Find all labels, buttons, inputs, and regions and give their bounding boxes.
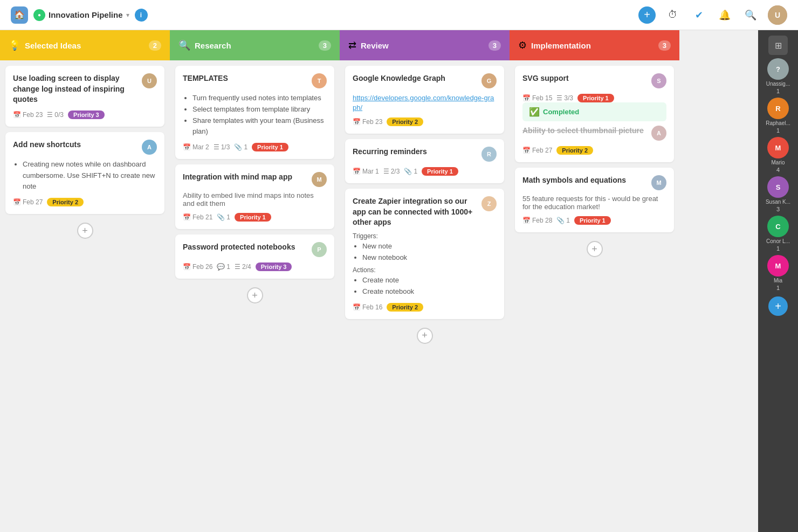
timer-icon[interactable]: ⏱	[664, 6, 682, 24]
col-title-review: Review	[361, 41, 489, 50]
board-container: 💡 Selected Ideas 2 Use loading screen to…	[0, 30, 798, 532]
card-meta: 📅 Feb 21 📎 1 Priority 1	[183, 213, 327, 222]
user-name: Raphael...	[766, 120, 790, 126]
col-count-research: 3	[319, 40, 331, 51]
search-icon: 🔍	[178, 39, 190, 51]
card-meta: 📅 Feb 16 Priority 2	[353, 303, 497, 312]
column-research: 🔍 Research 3 TEMPLATES T Turn frequently…	[170, 30, 340, 532]
avatar[interactable]: ?	[767, 58, 789, 80]
card-header: Integration with mind map app M	[183, 172, 327, 187]
attachment-item: 📎 1	[217, 213, 230, 221]
search-icon[interactable]: 🔍	[742, 6, 759, 24]
home-icon[interactable]: 🏠	[11, 6, 28, 24]
card-subtitle: Ability to embed live mind maps into not…	[183, 191, 327, 208]
user-name: Susan K...	[766, 199, 790, 205]
avatar: M	[312, 172, 327, 187]
date-item: 📅 Feb 28	[522, 217, 552, 224]
date-item: 📅 Feb 27	[522, 147, 552, 154]
card-zapier: Create Zapier integration so our app can…	[345, 189, 504, 319]
card-link[interactable]: https://developers.google.com/knowledge-…	[353, 94, 494, 112]
card-title: Password protected notebooks	[183, 242, 295, 253]
priority-badge: Priority 1	[422, 167, 458, 176]
card-loading-screen: Use loading screen to display change log…	[5, 66, 164, 127]
priority-badge: Priority 2	[387, 118, 423, 126]
priority-badge: Priority 1	[574, 216, 611, 225]
date-item: 📅 Feb 15	[522, 94, 552, 102]
card-title: Google Knowledge Graph	[353, 73, 445, 84]
card-meta: 📅 Feb 23 Priority 2	[353, 118, 497, 126]
sidebar-user-mia: M Mia 1	[767, 255, 789, 291]
column-body-research: TEMPLATES T Turn frequently used notes i…	[170, 60, 340, 532]
user-count: 3	[776, 206, 780, 212]
card-title: SVG support	[522, 73, 569, 84]
avatar[interactable]: C	[767, 216, 789, 237]
avatar: U	[142, 73, 157, 88]
bell-icon[interactable]: 🔔	[716, 6, 733, 24]
add-user-button[interactable]: +	[768, 296, 788, 316]
column-body-review: Google Knowledge Graph G https://develop…	[340, 60, 510, 532]
card-meta: 📅 Feb 23 ☰ 0/3 Priority 3	[13, 110, 157, 119]
sidebar-user-unassigned: ? Unassig... 1	[766, 58, 790, 94]
add-button[interactable]: +	[638, 6, 656, 24]
column-body-selected: Use loading screen to display change log…	[0, 60, 170, 532]
col-title-research: Research	[195, 41, 319, 50]
user-avatar[interactable]: U	[768, 5, 787, 25]
info-button[interactable]: i	[135, 9, 148, 22]
card-google-kg: Google Knowledge Graph G https://develop…	[345, 66, 504, 134]
add-card-button[interactable]: +	[417, 328, 433, 344]
thumbnail-header: Ability to select thumbnail picture A	[522, 126, 666, 141]
nav-right: + ⏱ ✔ 🔔 🔍 U	[638, 5, 787, 25]
date-item: 📅 Feb 21	[183, 213, 212, 221]
action-item: Create notebook	[362, 286, 497, 298]
card-header: Recurring reminders R	[353, 147, 497, 162]
columns-area: 💡 Selected Ideas 2 Use loading screen to…	[0, 30, 758, 532]
user-name: Conor L...	[766, 238, 790, 244]
review-icon: ⇄	[348, 39, 356, 51]
project-selector[interactable]: ● Innovation Pipeline ▾	[33, 9, 129, 21]
project-dot: ●	[33, 9, 45, 21]
check-icon[interactable]: ✔	[690, 6, 707, 24]
priority-badge: Priority 2	[47, 198, 84, 206]
user-name: Mario	[771, 160, 785, 165]
avatar[interactable]: R	[767, 98, 789, 119]
trigger-item: New notebook	[362, 252, 497, 264]
card-shortcuts: Add new shortcuts A Creating new notes w…	[5, 132, 164, 214]
sidebar-view-icon[interactable]: ⊞	[768, 36, 788, 55]
avatar: Z	[481, 196, 497, 211]
priority-badge: Priority 2	[387, 303, 423, 312]
date-item: 📅 Feb 23	[13, 111, 43, 119]
card-title: Recurring reminders	[353, 147, 427, 157]
add-card-button[interactable]: +	[77, 223, 93, 239]
col-count-implementation: 3	[658, 40, 671, 51]
date-item: 📅 Feb 27	[13, 198, 43, 206]
user-count: 1	[776, 285, 780, 291]
card-header: Use loading screen to display change log…	[13, 73, 157, 105]
user-count: 1	[776, 88, 780, 94]
bullet-item: Share templates with your team (Business…	[192, 115, 327, 138]
avatar[interactable]: M	[767, 137, 789, 158]
avatar: T	[312, 73, 327, 88]
avatar[interactable]: S	[767, 176, 789, 198]
add-card-button[interactable]: +	[587, 241, 603, 257]
card-templates: TEMPLATES T Turn frequently used notes i…	[175, 66, 334, 159]
col-title-selected: Selected Ideas	[25, 41, 149, 50]
comment-item: 💬 1	[217, 263, 230, 271]
card-mindmap: Integration with mind map app M Ability …	[175, 164, 334, 229]
subtask-item: ☰ 0/3	[47, 111, 64, 119]
card-title: Create Zapier integration so our app can…	[353, 196, 477, 228]
subtask-item: ☰ 2/3	[383, 168, 400, 175]
trigger-item: New note	[362, 241, 497, 252]
user-count: 4	[776, 167, 780, 173]
col-count-review: 3	[489, 40, 501, 51]
avatar: P	[312, 242, 327, 257]
sidebar-user-conor: C Conor L... 1	[766, 216, 790, 252]
sidebar-user-mario: M Mario 4	[767, 137, 789, 173]
column-header-research: 🔍 Research 3	[170, 30, 340, 60]
column-review: ⇄ Review 3 Google Knowledge Graph G http…	[340, 30, 510, 532]
column-body-implementation: SVG support S 📅 Feb 15 ☰ 3/3 Priority 1 …	[510, 60, 679, 532]
card-title: Math symbols and equations	[522, 175, 626, 186]
avatar[interactable]: M	[767, 255, 789, 277]
date-item: 📅 Feb 23	[353, 118, 382, 126]
add-card-button[interactable]: +	[247, 287, 263, 303]
card-meta: 📅 Mar 2 ☰ 1/3 📎 1 Priority 1	[183, 143, 327, 151]
